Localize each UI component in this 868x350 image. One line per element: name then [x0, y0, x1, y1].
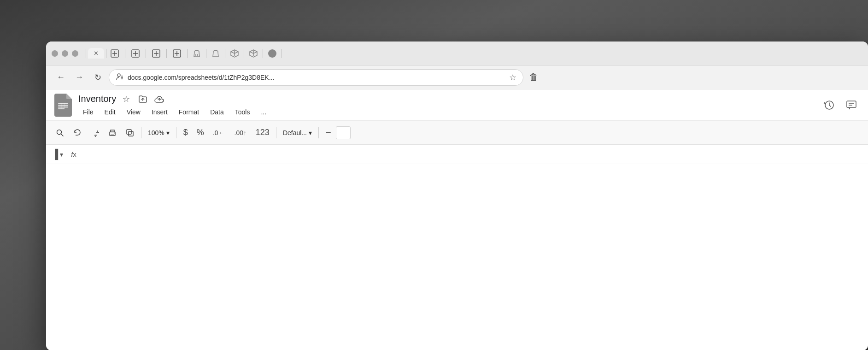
more-formats-button[interactable]: 123 [252, 125, 273, 141]
svg-rect-20 [58, 108, 65, 109]
traffic-light-maximize[interactable] [72, 50, 78, 57]
svg-rect-34 [127, 130, 131, 134]
svg-rect-17 [58, 103, 68, 104]
bookmark-icon[interactable]: ☆ [509, 72, 516, 83]
svg-rect-26 [847, 101, 856, 107]
menu-more[interactable]: ... [256, 107, 271, 118]
address-bar-icon [116, 72, 124, 83]
toolbar: 100% ▾ $ % .0← .00↑ 123 Defaul... [46, 121, 868, 145]
doc-menu-row: File Edit View Insert Format Data Tools … [78, 107, 815, 118]
forward-button[interactable]: → [72, 70, 87, 85]
menu-edit[interactable]: Edit [100, 107, 120, 118]
sheets-logo [53, 93, 73, 117]
doc-title-row: Inventory ☆ [78, 93, 815, 106]
ext-divider-1 [125, 49, 125, 58]
svg-point-12 [268, 49, 276, 58]
print-button[interactable] [104, 125, 121, 141]
percent-button[interactable]: % [193, 125, 208, 141]
search-button[interactable] [52, 125, 68, 141]
tab-divider-left [86, 49, 86, 58]
svg-rect-18 [58, 105, 68, 106]
doc-header: Inventory ☆ [46, 89, 868, 121]
address-bar[interactable]: docs.google.com/spreadsheets/d/1tZhP2g3D… [109, 69, 523, 86]
shopify-icon-2[interactable] [210, 48, 221, 59]
move-to-folder-button[interactable] [136, 93, 149, 106]
svg-line-30 [61, 134, 63, 136]
cloud-save-button[interactable] [153, 93, 166, 106]
menu-insert[interactable]: Insert [147, 107, 172, 118]
ext-divider-6 [225, 49, 225, 58]
active-tab[interactable]: ✕ [88, 48, 104, 59]
font-selector[interactable]: Defaul... ▾ [279, 127, 316, 138]
font-name-label: Defaul... [283, 129, 307, 136]
cell-ref-arrow[interactable]: ▾ [60, 151, 63, 158]
decimal-increase-button[interactable]: .00↑ [230, 125, 251, 141]
cell-indicator-icon: ▐ [52, 149, 58, 160]
reload-button[interactable]: ↻ [90, 70, 105, 85]
undo-button[interactable] [69, 125, 86, 141]
fx-icon[interactable]: fx [71, 150, 76, 158]
traffic-light-close[interactable] [52, 50, 58, 57]
svg-point-33 [114, 132, 115, 133]
cell-reference-area: ▐ ▾ [52, 149, 63, 160]
menu-file[interactable]: File [78, 107, 98, 118]
profile-circle-icon[interactable] [267, 48, 278, 59]
zoom-arrow-icon: ▾ [166, 129, 170, 136]
ext-divider-7 [244, 49, 244, 58]
toolbar-divider-3 [276, 127, 276, 138]
comments-button[interactable] [842, 96, 861, 114]
tab-bar: ✕ [86, 47, 862, 60]
toolbar-divider-4 [318, 127, 319, 138]
font-size-decrease-button[interactable]: − [322, 125, 335, 141]
ext-divider-3 [166, 49, 167, 58]
svg-rect-32 [111, 134, 114, 135]
paint-format-button[interactable] [122, 125, 138, 141]
font-size-input[interactable] [336, 126, 351, 139]
formula-bar-divider [67, 149, 67, 160]
svg-rect-19 [58, 107, 68, 107]
decimal-decrease-button[interactable]: .0← [209, 125, 229, 141]
tab-divider-right [106, 49, 106, 58]
currency-button[interactable]: $ [179, 125, 192, 141]
title-bar: ✕ [46, 42, 868, 65]
formula-bar: ▐ ▾ fx [46, 145, 868, 164]
font-arrow-icon: ▾ [309, 129, 312, 136]
ext-divider-9 [282, 49, 282, 58]
svg-rect-35 [129, 131, 133, 136]
ext-divider-2 [146, 49, 146, 58]
browser-window: ✕ [46, 42, 868, 350]
toolbar-divider-2 [176, 127, 176, 138]
redo-button[interactable] [87, 125, 103, 141]
star-button[interactable]: ☆ [120, 93, 133, 106]
extension-buttons [108, 47, 282, 60]
new-tab-btn-1[interactable] [108, 47, 121, 60]
close-icon[interactable]: ✕ [94, 50, 99, 57]
traffic-light-minimize[interactable] [62, 50, 68, 57]
formula-input[interactable] [80, 151, 862, 158]
ext-divider-4 [187, 49, 188, 58]
new-tab-btn-4[interactable] [170, 47, 183, 60]
box-icon-2[interactable] [248, 48, 259, 59]
doc-header-right [820, 96, 861, 114]
ext-divider-8 [263, 49, 263, 58]
toolbar-divider-1 [141, 127, 141, 138]
zoom-control[interactable]: 100% ▾ [144, 127, 173, 138]
new-tab-btn-3[interactable] [150, 47, 163, 60]
new-tab-btn-2[interactable] [129, 47, 142, 60]
traffic-lights [52, 50, 78, 57]
box-icon-1[interactable] [229, 48, 240, 59]
menu-format[interactable]: Format [174, 107, 204, 118]
nav-bar: ← → ↻ docs.google.com/spreadsheets/d/1tZ… [46, 65, 868, 89]
url-text: docs.google.com/spreadsheets/d/1tZhP2g3D… [128, 74, 505, 81]
svg-point-13 [117, 74, 120, 77]
back-button[interactable]: ← [53, 70, 68, 85]
menu-view[interactable]: View [122, 107, 145, 118]
zoom-value: 100% [148, 129, 164, 136]
version-history-button[interactable] [820, 96, 839, 114]
ext-divider-5 [206, 49, 206, 58]
menu-tools[interactable]: Tools [230, 107, 255, 118]
menu-data[interactable]: Data [205, 107, 229, 118]
extension-icon-right[interactable]: 🗑 [529, 72, 538, 83]
shopify-icon-1[interactable] [191, 48, 202, 59]
doc-title-area: Inventory ☆ [78, 93, 815, 118]
